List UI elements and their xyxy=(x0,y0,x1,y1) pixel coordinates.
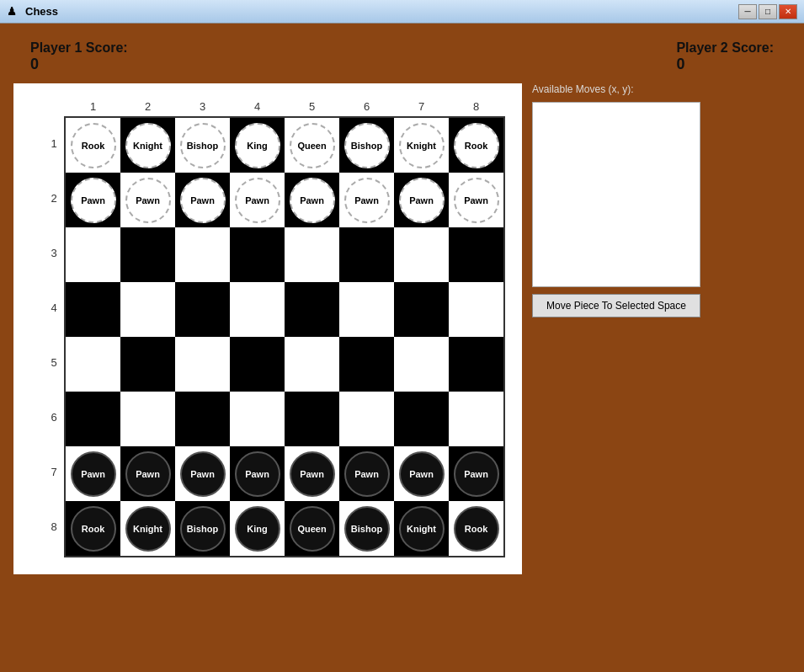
cell-r6-c8[interactable] xyxy=(449,392,503,446)
cell-r5-c8[interactable] xyxy=(449,337,503,392)
cell-r4-c3[interactable] xyxy=(175,282,230,337)
cell-r3-c1[interactable] xyxy=(66,227,120,282)
cell-r8-c2[interactable]: Knight xyxy=(120,501,175,556)
cell-r2-c3[interactable]: Pawn xyxy=(175,173,230,227)
cell-r7-c5[interactable]: Pawn xyxy=(285,446,339,501)
cell-r1-c5[interactable]: Queen xyxy=(285,118,339,173)
cell-r6-c5[interactable] xyxy=(285,392,339,446)
cell-r1-c6[interactable]: Bishop xyxy=(339,118,394,173)
cell-r8-c7[interactable]: Knight xyxy=(394,501,449,556)
piece-white-piece-rook-r1-c1[interactable]: Rook xyxy=(71,123,116,168)
piece-black-piece-queen-r8-c5[interactable]: Queen xyxy=(290,506,335,552)
cell-r1-c4[interactable]: King xyxy=(230,118,285,173)
piece-white-piece-king-r1-c4[interactable]: King xyxy=(235,123,280,168)
cell-r2-c7[interactable]: Pawn xyxy=(394,173,449,227)
piece-black-piece-pawn-r7-c3[interactable]: Pawn xyxy=(180,451,226,497)
cell-r8-c3[interactable]: Bishop xyxy=(175,501,230,556)
piece-white-piece-rook-r1-c8[interactable]: Rook xyxy=(454,123,499,168)
piece-white-piece-queen-r1-c5[interactable]: Queen xyxy=(290,123,335,168)
cell-r3-c4[interactable] xyxy=(230,227,285,282)
cell-r6-c1[interactable] xyxy=(66,392,120,446)
cell-r8-c1[interactable]: Rook xyxy=(66,501,120,556)
cell-r6-c2[interactable] xyxy=(120,392,175,446)
cell-r3-c7[interactable] xyxy=(394,227,449,282)
cell-r1-c2[interactable]: Knight xyxy=(120,118,175,173)
cell-r8-c5[interactable]: Queen xyxy=(285,501,339,556)
cell-r5-c4[interactable] xyxy=(230,337,285,392)
minimize-button[interactable]: ─ xyxy=(738,4,757,19)
close-button[interactable]: ✕ xyxy=(779,4,797,19)
piece-black-piece-pawn-r7-c2[interactable]: Pawn xyxy=(125,451,171,497)
move-piece-button[interactable]: Move Piece To Selected Space xyxy=(532,294,700,317)
cell-r2-c5[interactable]: Pawn xyxy=(285,173,339,227)
piece-white-piece-pawn-r2-c1[interactable]: Pawn xyxy=(71,178,116,223)
piece-white-piece-pawn-r2-c3[interactable]: Pawn xyxy=(180,178,226,223)
cell-r7-c1[interactable]: Pawn xyxy=(66,446,120,501)
piece-black-piece-knight-r8-c2[interactable]: Knight xyxy=(125,506,171,552)
cell-r3-c2[interactable] xyxy=(120,227,175,282)
piece-black-piece-king-r8-c4[interactable]: King xyxy=(235,506,280,552)
cell-r2-c2[interactable]: Pawn xyxy=(120,173,175,227)
cell-r5-c3[interactable] xyxy=(175,337,230,392)
cell-r6-c7[interactable] xyxy=(394,392,449,446)
piece-black-piece-pawn-r7-c6[interactable]: Pawn xyxy=(344,451,390,497)
piece-black-piece-pawn-r7-c1[interactable]: Pawn xyxy=(71,451,116,497)
cell-r7-c8[interactable]: Pawn xyxy=(449,446,503,501)
cell-r3-c8[interactable] xyxy=(449,227,503,282)
piece-white-piece-knight-r1-c7[interactable]: Knight xyxy=(399,123,445,168)
piece-white-piece-bishop-r1-c3[interactable]: Bishop xyxy=(180,123,226,168)
cell-r7-c7[interactable]: Pawn xyxy=(394,446,449,501)
cell-r3-c3[interactable] xyxy=(175,227,230,282)
cell-r4-c8[interactable] xyxy=(449,282,503,337)
cell-r7-c4[interactable]: Pawn xyxy=(230,446,285,501)
cell-r5-c5[interactable] xyxy=(285,337,339,392)
piece-black-piece-knight-r8-c7[interactable]: Knight xyxy=(399,506,445,552)
piece-black-piece-pawn-r7-c5[interactable]: Pawn xyxy=(290,451,335,497)
piece-white-piece-pawn-r2-c6[interactable]: Pawn xyxy=(344,178,390,223)
cell-r4-c2[interactable] xyxy=(120,282,175,337)
cell-r4-c6[interactable] xyxy=(339,282,394,337)
cell-r7-c3[interactable]: Pawn xyxy=(175,446,230,501)
cell-r4-c4[interactable] xyxy=(230,282,285,337)
piece-white-piece-pawn-r2-c4[interactable]: Pawn xyxy=(235,178,280,223)
piece-black-piece-rook-r8-c1[interactable]: Rook xyxy=(71,506,116,552)
piece-white-piece-bishop-r1-c6[interactable]: Bishop xyxy=(344,123,390,168)
cell-r5-c2[interactable] xyxy=(120,337,175,392)
piece-black-piece-pawn-r7-c8[interactable]: Pawn xyxy=(454,451,499,497)
piece-white-piece-pawn-r2-c7[interactable]: Pawn xyxy=(399,178,445,223)
cell-r2-c8[interactable]: Pawn xyxy=(449,173,503,227)
cell-r6-c3[interactable] xyxy=(175,392,230,446)
cell-r8-c6[interactable]: Bishop xyxy=(339,501,394,556)
piece-black-piece-pawn-r7-c4[interactable]: Pawn xyxy=(235,451,280,497)
maximize-button[interactable]: □ xyxy=(759,4,777,19)
piece-white-piece-knight-r1-c2[interactable]: Knight xyxy=(125,123,171,168)
cell-r6-c4[interactable] xyxy=(230,392,285,446)
cell-r3-c5[interactable] xyxy=(285,227,339,282)
cell-r7-c6[interactable]: Pawn xyxy=(339,446,394,501)
cell-r5-c6[interactable] xyxy=(339,337,394,392)
cell-r5-c7[interactable] xyxy=(394,337,449,392)
piece-black-piece-pawn-r7-c7[interactable]: Pawn xyxy=(399,451,445,497)
cell-r1-c8[interactable]: Rook xyxy=(449,118,503,173)
cell-r8-c4[interactable]: King xyxy=(230,501,285,556)
cell-r4-c7[interactable] xyxy=(394,282,449,337)
piece-white-piece-pawn-r2-c8[interactable]: Pawn xyxy=(454,178,499,223)
cell-r3-c6[interactable] xyxy=(339,227,394,282)
piece-white-piece-pawn-r2-c2[interactable]: Pawn xyxy=(125,178,171,223)
piece-black-piece-bishop-r8-c6[interactable]: Bishop xyxy=(344,506,390,552)
cell-r1-c3[interactable]: Bishop xyxy=(175,118,230,173)
cell-r1-c7[interactable]: Knight xyxy=(394,118,449,173)
cell-r6-c6[interactable] xyxy=(339,392,394,446)
cell-r4-c1[interactable] xyxy=(66,282,120,337)
cell-r7-c2[interactable]: Pawn xyxy=(120,446,175,501)
cell-r2-c1[interactable]: Pawn xyxy=(66,173,120,227)
cell-r2-c6[interactable]: Pawn xyxy=(339,173,394,227)
cell-r4-c5[interactable] xyxy=(285,282,339,337)
cell-r2-c4[interactable]: Pawn xyxy=(230,173,285,227)
piece-white-piece-pawn-r2-c5[interactable]: Pawn xyxy=(290,178,335,223)
cell-r1-c1[interactable]: Rook xyxy=(66,118,120,173)
piece-black-piece-rook-r8-c8[interactable]: Rook xyxy=(454,506,499,552)
piece-black-piece-bishop-r8-c3[interactable]: Bishop xyxy=(180,506,226,552)
cell-r5-c1[interactable] xyxy=(66,337,120,392)
cell-r8-c8[interactable]: Rook xyxy=(449,501,503,556)
